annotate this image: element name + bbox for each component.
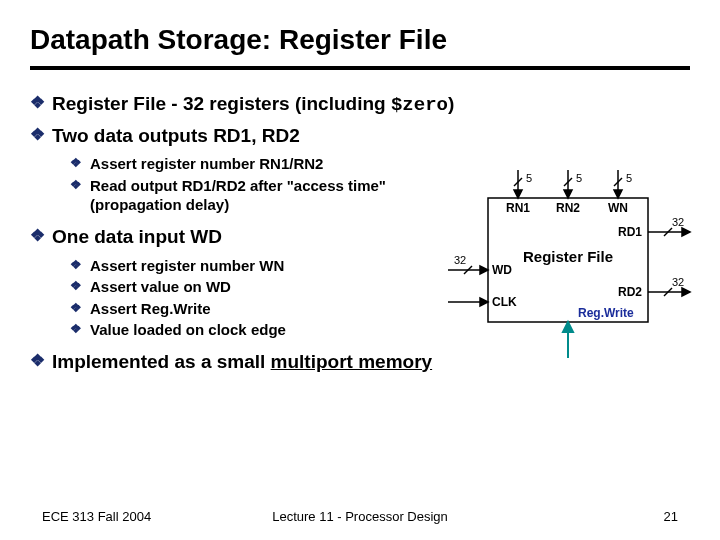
subbullet-text: Assert value on WD — [90, 277, 231, 297]
bullet-3-text: One data input WD — [52, 225, 222, 250]
register-file-diagram: 5 5 5 RN1 RN2 WN Register File 32 WD CLK… — [418, 162, 698, 362]
port-label-clk: CLK — [492, 295, 517, 309]
slide-title: Datapath Storage: Register File — [30, 24, 690, 56]
svg-marker-11 — [480, 266, 488, 274]
bullet-icon: ❖ — [70, 154, 90, 172]
width-label: 5 — [626, 172, 632, 184]
footer-right: 21 — [466, 509, 678, 524]
bullet-4-underline: multiport memory — [271, 351, 433, 372]
bullet-icon: ❖ — [70, 299, 90, 317]
subbullet-text: Assert Reg.Write — [90, 299, 211, 319]
subbullet-text: Assert register number WN — [90, 256, 284, 276]
width-label: 5 — [526, 172, 532, 184]
width-label: 32 — [672, 276, 684, 288]
bullet-4-prefix: Implemented as a small — [52, 351, 271, 372]
footer-center: Lecture 11 - Processor Design — [254, 509, 466, 524]
port-label-wn: WN — [608, 201, 628, 215]
bullet-icon: ❖ — [30, 124, 52, 146]
port-label-rn2: RN2 — [556, 201, 580, 215]
bullet-icon: ❖ — [30, 225, 52, 247]
bullet-icon: ❖ — [70, 256, 90, 274]
port-label-rn1: RN1 — [506, 201, 530, 215]
bullet-icon: ❖ — [30, 92, 52, 114]
title-rule — [30, 66, 690, 70]
subbullet-text: Assert register number RN1/RN2 — [90, 154, 323, 174]
svg-marker-16 — [682, 228, 690, 236]
bullet-icon: ❖ — [70, 320, 90, 338]
subbullet-text: Value loaded on clock edge — [90, 320, 286, 340]
svg-marker-22 — [563, 322, 573, 332]
bullet-1: ❖ Register File - 32 registers (includin… — [30, 92, 690, 118]
port-label-regwrite: Reg.Write — [578, 306, 634, 320]
bullet-icon: ❖ — [70, 277, 90, 295]
svg-marker-14 — [480, 298, 488, 306]
svg-marker-8 — [564, 190, 572, 198]
bullet-2-text: Two data outputs RD1, RD2 — [52, 124, 300, 149]
bullet-icon: ❖ — [30, 350, 52, 372]
bullet-2: ❖ Two data outputs RD1, RD2 — [30, 124, 690, 149]
bullet-1-suffix: ) — [448, 93, 454, 114]
width-label: 32 — [454, 254, 466, 266]
port-label-wd: WD — [492, 263, 512, 277]
slide-content: ❖ Register File - 32 registers (includin… — [30, 92, 690, 374]
svg-marker-7 — [514, 190, 522, 198]
svg-marker-19 — [682, 288, 690, 296]
subbullet-text: Read output RD1/RD2 after "access time" … — [90, 176, 390, 215]
bullet-1-mono: $zero — [391, 94, 448, 116]
width-label: 32 — [672, 216, 684, 228]
footer-left: ECE 313 Fall 2004 — [42, 509, 254, 524]
box-label: Register File — [523, 248, 613, 265]
bullet-1-prefix: Register File - 32 registers (including — [52, 93, 391, 114]
port-label-rd2: RD2 — [618, 285, 642, 299]
port-label-rd1: RD1 — [618, 225, 642, 239]
bullet-icon: ❖ — [70, 176, 90, 194]
slide-footer: ECE 313 Fall 2004 Lecture 11 - Processor… — [0, 509, 720, 524]
width-label: 5 — [576, 172, 582, 184]
svg-marker-9 — [614, 190, 622, 198]
